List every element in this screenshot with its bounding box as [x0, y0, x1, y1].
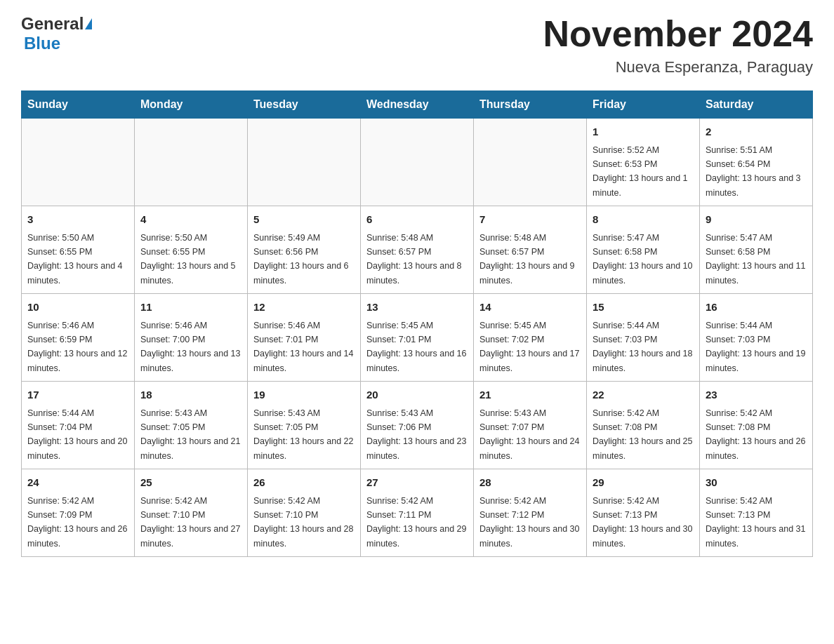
calendar-week-row: 17Sunrise: 5:44 AM Sunset: 7:04 PM Dayli… [22, 382, 813, 469]
day-number: 19 [253, 387, 355, 403]
day-info: Sunrise: 5:42 AM Sunset: 7:10 PM Dayligh… [140, 496, 240, 549]
calendar-header-row: SundayMondayTuesdayWednesdayThursdayFrid… [22, 91, 813, 119]
calendar-cell [361, 119, 474, 206]
calendar-cell: 6Sunrise: 5:48 AM Sunset: 6:57 PM Daylig… [361, 206, 474, 294]
calendar-cell: 27Sunrise: 5:42 AM Sunset: 7:11 PM Dayli… [361, 469, 474, 557]
day-number: 2 [706, 124, 807, 140]
calendar-cell: 19Sunrise: 5:43 AM Sunset: 7:05 PM Dayli… [248, 382, 361, 469]
calendar-cell: 15Sunrise: 5:44 AM Sunset: 7:03 PM Dayli… [587, 294, 700, 382]
day-info: Sunrise: 5:42 AM Sunset: 7:12 PM Dayligh… [479, 496, 579, 549]
title-section: November 2024 Nueva Esperanza, Paraguay [543, 14, 813, 76]
weekday-header-monday: Monday [135, 91, 248, 119]
weekday-header-saturday: Saturday [700, 91, 813, 119]
day-number: 12 [253, 300, 355, 316]
calendar-week-row: 10Sunrise: 5:46 AM Sunset: 6:59 PM Dayli… [22, 294, 813, 382]
day-number: 30 [706, 475, 807, 491]
weekday-header-wednesday: Wednesday [361, 91, 474, 119]
day-number: 25 [140, 475, 241, 491]
day-number: 9 [706, 212, 807, 228]
logo-general-text: General [21, 14, 84, 34]
day-info: Sunrise: 5:42 AM Sunset: 7:10 PM Dayligh… [253, 496, 353, 549]
day-number: 21 [479, 387, 581, 403]
page-header: General Blue November 2024 Nueva Esperan… [21, 14, 813, 76]
day-number: 3 [27, 212, 128, 228]
location-text: Nueva Esperanza, Paraguay [543, 58, 813, 76]
day-number: 6 [366, 212, 468, 228]
calendar-cell: 1Sunrise: 5:52 AM Sunset: 6:53 PM Daylig… [587, 119, 700, 206]
calendar-week-row: 3Sunrise: 5:50 AM Sunset: 6:55 PM Daylig… [22, 206, 813, 294]
calendar-cell [474, 119, 587, 206]
calendar-cell: 22Sunrise: 5:42 AM Sunset: 7:08 PM Dayli… [587, 382, 700, 469]
day-info: Sunrise: 5:45 AM Sunset: 7:01 PM Dayligh… [366, 321, 466, 373]
day-number: 28 [479, 475, 581, 491]
calendar-cell: 14Sunrise: 5:45 AM Sunset: 7:02 PM Dayli… [474, 294, 587, 382]
calendar-cell: 29Sunrise: 5:42 AM Sunset: 7:13 PM Dayli… [587, 469, 700, 557]
calendar-cell: 26Sunrise: 5:42 AM Sunset: 7:10 PM Dayli… [248, 469, 361, 557]
day-number: 15 [593, 300, 694, 316]
day-number: 29 [593, 475, 694, 491]
day-number: 16 [706, 300, 807, 316]
day-info: Sunrise: 5:43 AM Sunset: 7:07 PM Dayligh… [479, 408, 579, 461]
calendar-cell: 8Sunrise: 5:47 AM Sunset: 6:58 PM Daylig… [587, 206, 700, 294]
calendar-cell: 25Sunrise: 5:42 AM Sunset: 7:10 PM Dayli… [135, 469, 248, 557]
day-number: 20 [366, 387, 468, 403]
day-info: Sunrise: 5:42 AM Sunset: 7:13 PM Dayligh… [706, 496, 805, 549]
day-info: Sunrise: 5:47 AM Sunset: 6:58 PM Dayligh… [706, 233, 805, 286]
day-info: Sunrise: 5:42 AM Sunset: 7:11 PM Dayligh… [366, 496, 466, 549]
day-info: Sunrise: 5:44 AM Sunset: 7:03 PM Dayligh… [593, 321, 692, 373]
day-number: 1 [593, 124, 694, 140]
day-info: Sunrise: 5:44 AM Sunset: 7:04 PM Dayligh… [27, 408, 127, 461]
day-info: Sunrise: 5:44 AM Sunset: 7:03 PM Dayligh… [706, 321, 805, 373]
day-info: Sunrise: 5:51 AM Sunset: 6:54 PM Dayligh… [706, 145, 801, 198]
calendar-cell: 24Sunrise: 5:42 AM Sunset: 7:09 PM Dayli… [22, 469, 135, 557]
day-number: 24 [27, 475, 128, 491]
calendar-cell: 11Sunrise: 5:46 AM Sunset: 7:00 PM Dayli… [135, 294, 248, 382]
logo-triangle-icon [85, 18, 92, 29]
weekday-header-friday: Friday [587, 91, 700, 119]
day-info: Sunrise: 5:43 AM Sunset: 7:05 PM Dayligh… [253, 408, 353, 461]
calendar-cell: 21Sunrise: 5:43 AM Sunset: 7:07 PM Dayli… [474, 382, 587, 469]
day-number: 14 [479, 300, 581, 316]
day-number: 27 [366, 475, 468, 491]
day-info: Sunrise: 5:47 AM Sunset: 6:58 PM Dayligh… [593, 233, 692, 286]
calendar-cell: 9Sunrise: 5:47 AM Sunset: 6:58 PM Daylig… [700, 206, 813, 294]
day-number: 4 [140, 212, 241, 228]
day-number: 13 [366, 300, 468, 316]
calendar-cell [22, 119, 135, 206]
calendar-cell: 17Sunrise: 5:44 AM Sunset: 7:04 PM Dayli… [22, 382, 135, 469]
day-info: Sunrise: 5:52 AM Sunset: 6:53 PM Dayligh… [593, 145, 688, 198]
calendar-cell: 3Sunrise: 5:50 AM Sunset: 6:55 PM Daylig… [22, 206, 135, 294]
day-info: Sunrise: 5:50 AM Sunset: 6:55 PM Dayligh… [140, 233, 236, 286]
day-number: 7 [479, 212, 581, 228]
day-info: Sunrise: 5:50 AM Sunset: 6:55 PM Dayligh… [27, 233, 123, 286]
day-info: Sunrise: 5:46 AM Sunset: 7:01 PM Dayligh… [253, 321, 353, 373]
calendar-cell: 23Sunrise: 5:42 AM Sunset: 7:08 PM Dayli… [700, 382, 813, 469]
calendar-cell: 28Sunrise: 5:42 AM Sunset: 7:12 PM Dayli… [474, 469, 587, 557]
day-info: Sunrise: 5:48 AM Sunset: 6:57 PM Dayligh… [366, 233, 462, 286]
calendar-cell [248, 119, 361, 206]
calendar-cell [135, 119, 248, 206]
calendar-cell: 12Sunrise: 5:46 AM Sunset: 7:01 PM Dayli… [248, 294, 361, 382]
calendar-cell: 30Sunrise: 5:42 AM Sunset: 7:13 PM Dayli… [700, 469, 813, 557]
logo: General Blue [21, 14, 92, 53]
day-number: 17 [27, 387, 128, 403]
calendar-cell: 2Sunrise: 5:51 AM Sunset: 6:54 PM Daylig… [700, 119, 813, 206]
month-title: November 2024 [543, 14, 813, 54]
weekday-header-thursday: Thursday [474, 91, 587, 119]
calendar-cell: 5Sunrise: 5:49 AM Sunset: 6:56 PM Daylig… [248, 206, 361, 294]
calendar-cell: 13Sunrise: 5:45 AM Sunset: 7:01 PM Dayli… [361, 294, 474, 382]
day-info: Sunrise: 5:46 AM Sunset: 7:00 PM Dayligh… [140, 321, 240, 373]
day-number: 10 [27, 300, 128, 316]
calendar-week-row: 1Sunrise: 5:52 AM Sunset: 6:53 PM Daylig… [22, 119, 813, 206]
day-info: Sunrise: 5:42 AM Sunset: 7:09 PM Dayligh… [27, 496, 127, 549]
day-number: 5 [253, 212, 355, 228]
day-number: 11 [140, 300, 241, 316]
calendar-cell: 4Sunrise: 5:50 AM Sunset: 6:55 PM Daylig… [135, 206, 248, 294]
calendar-table: SundayMondayTuesdayWednesdayThursdayFrid… [21, 90, 813, 557]
weekday-header-sunday: Sunday [22, 91, 135, 119]
day-info: Sunrise: 5:49 AM Sunset: 6:56 PM Dayligh… [253, 233, 349, 286]
day-info: Sunrise: 5:45 AM Sunset: 7:02 PM Dayligh… [479, 321, 579, 373]
day-number: 22 [593, 387, 694, 403]
day-number: 8 [593, 212, 694, 228]
day-info: Sunrise: 5:43 AM Sunset: 7:05 PM Dayligh… [140, 408, 240, 461]
